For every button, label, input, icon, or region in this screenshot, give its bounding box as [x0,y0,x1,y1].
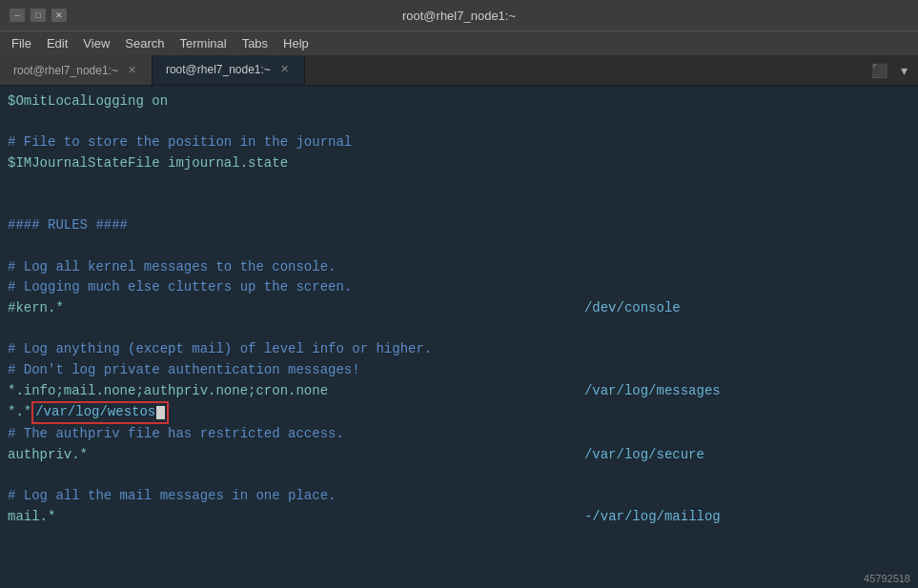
terminal-line-6: #### RULES #### [8,215,910,236]
tab-2[interactable]: root@rhel7_node1:~ ✕ [153,55,305,85]
terminal-line-8: # Log all kernel messages to the console… [8,257,910,278]
terminal-line-16: # The authpriv file has restricted acces… [8,424,910,445]
terminal-line-1 [8,112,910,133]
menu-terminal[interactable]: Terminal [173,34,235,52]
terminal-line-14: *.info;mail.none;authpriv.none;cron.none… [8,381,910,402]
menu-view[interactable]: View [75,34,117,52]
tabs-bar: root@rhel7_node1:~ ✕ root@rhel7_node1:~ … [0,55,918,86]
menu-help[interactable]: Help [275,34,316,52]
terminal-line-13: # Don't log private authentication messa… [8,360,910,381]
terminal-line-17: authpriv.* /var/log/secure [8,445,910,466]
terminal-line-5 [8,194,910,215]
terminal-line-15: *.* /var/log/westos [8,401,910,424]
terminal-content: $OmitLocalLogging on # File to store the… [0,86,918,588]
tab-1[interactable]: root@rhel7_node1:~ ✕ [0,55,153,85]
terminal-line-7 [8,236,910,257]
terminal-line-0: $OmitLocalLogging on [8,91,910,112]
terminal-lines: $OmitLocalLogging on # File to store the… [8,91,910,527]
close-button[interactable]: ✕ [51,9,67,22]
terminal-line-10: #kern.* /dev/console [8,298,910,319]
tab-2-close[interactable]: ✕ [278,63,291,75]
title-bar: – □ ✕ root@rhel7_node1:~ [0,0,918,30]
terminal-line-19: # Log all the mail messages in one place… [8,486,910,507]
terminal-line-2: # File to store the position in the jour… [8,132,910,153]
terminal-line-9: # Logging much else clutters up the scre… [8,277,910,298]
menu-bar: File Edit View Search Terminal Tabs Help [0,30,918,55]
tab-1-label: root@rhel7_node1:~ [13,64,118,77]
terminal-line-18 [8,465,910,486]
minimize-button[interactable]: – [10,9,25,22]
watermark: 45792518 [864,573,910,584]
terminal-line-3: $IMJournalStateFile imjournal.state [8,153,910,174]
terminal-line-12: # Log anything (except mail) of level in… [8,339,910,360]
menu-edit[interactable]: Edit [39,34,75,52]
terminal-line-11 [8,319,910,340]
tab-2-label: root@rhel7_node1:~ [166,63,271,76]
terminal-line-20: mail.* -/var/log/maillog [8,507,910,528]
maximize-button[interactable]: □ [31,9,46,22]
tab-screenshot-button[interactable]: ⬛ [867,61,892,80]
tab-1-close[interactable]: ✕ [126,64,138,76]
tab-dropdown-button[interactable]: ▾ [896,61,912,80]
menu-search[interactable]: Search [117,34,172,52]
window-title: root@rhel7_node1:~ [67,9,851,23]
terminal-line-4 [8,174,910,195]
menu-tabs[interactable]: Tabs [235,34,275,52]
menu-file[interactable]: File [4,34,39,52]
tabs-end: ⬛ ▾ [867,55,918,85]
